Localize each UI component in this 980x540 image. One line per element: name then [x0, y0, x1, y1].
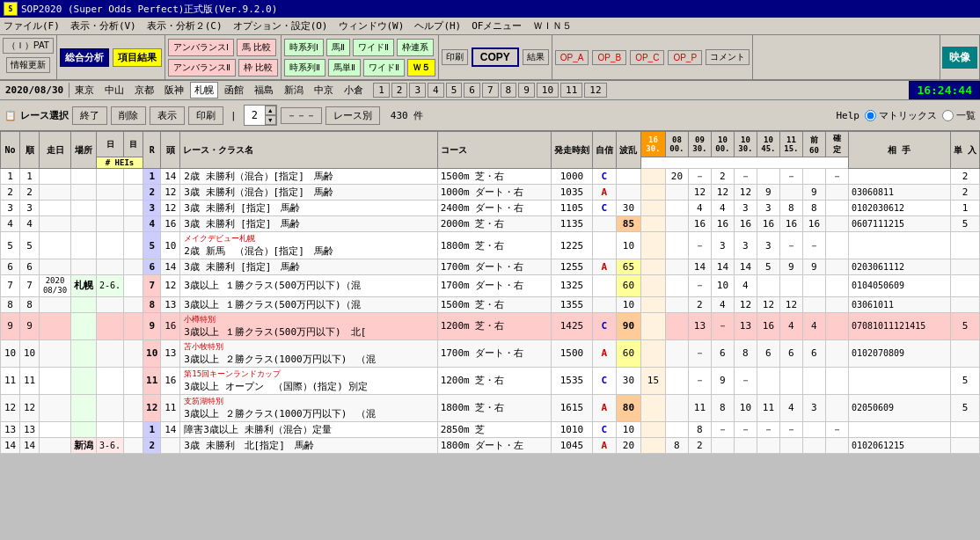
horse-ratio2-btn[interactable]: 枠 比較 [238, 59, 278, 77]
race-7[interactable]: 7 [482, 83, 499, 98]
td-racename[interactable]: 3歳 未勝利 [指定] 馬齢 [180, 259, 437, 275]
race-table-container[interactable]: No 順 走日 場所 日 目 R 頭 レース・クラス名 コース 発走時刻 自信 … [0, 131, 980, 454]
menu-file[interactable]: ファイル(F) [4, 19, 60, 33]
th-col1360: 前60 [802, 132, 825, 157]
td-rundate [40, 367, 71, 394]
table-row[interactable]: 11 11 11 16 第15回キーンランドカップ3歳以上 オープン （国際）(… [1, 367, 980, 394]
video-btn[interactable]: 映像 [942, 47, 977, 69]
menu-of[interactable]: OFメニュー [472, 19, 522, 33]
uma2-btn[interactable]: 馬単Ⅱ [328, 59, 361, 77]
table-row[interactable]: 1 1 1 14 2歳 未勝利（混合）[指定] 馬齢 1500m 芝・右 100… [1, 169, 980, 185]
td-racename[interactable]: 小樽特別3歳以上 １勝クラス(500万円以下) 北[ [180, 312, 437, 339]
race-3[interactable]: 3 [409, 83, 426, 98]
race-4[interactable]: 4 [428, 83, 444, 98]
general-analysis-btn[interactable]: 総合分析 [60, 48, 109, 67]
td-haran: 60 [616, 275, 640, 297]
spin-down[interactable]: ▼ [265, 115, 276, 125]
copy-btn[interactable]: COPY [472, 47, 519, 67]
td-racename[interactable]: 第15回キーンランドカップ3歳以上 オープン （国際）(指定) 別定 [180, 367, 437, 394]
venue-nakayama[interactable]: 中山 [100, 82, 128, 99]
op-b-btn[interactable]: OP_B [592, 50, 626, 65]
delete-btn[interactable]: 削除 [111, 106, 146, 125]
print-btn[interactable]: 印刷 [442, 49, 468, 65]
table-row[interactable]: 5 5 5 10 メイクデビュー札幌2歳 新馬 （混合）[指定] 馬齢 1800… [1, 232, 980, 259]
comment-btn[interactable]: コメント [706, 49, 750, 65]
results-btn[interactable]: 結果 [523, 49, 549, 65]
wide2-btn[interactable]: ワイドⅡ [363, 59, 405, 77]
horse-ratio1-btn[interactable]: 馬 比較 [237, 39, 276, 56]
td-racename[interactable]: 3歳 未勝利 北[指定] 馬齢 [180, 437, 437, 453]
venue-kyoto[interactable]: 京都 [130, 82, 158, 99]
uma1-btn[interactable]: 馬Ⅱ [326, 39, 350, 56]
jikei2-btn[interactable]: 時系列Ⅱ [284, 59, 325, 77]
w5-btn[interactable]: Ｗ５ [407, 59, 435, 77]
venue-tokyo[interactable]: 東京 [70, 82, 99, 99]
info-update-btn[interactable]: 情報更新 [6, 57, 50, 73]
td-venue [71, 339, 97, 367]
venue-fukushima[interactable]: 福島 [250, 82, 278, 99]
race-5[interactable]: 5 [446, 83, 463, 98]
nav-btn[interactable]: （Ｉ）PAT [3, 38, 54, 54]
td-racename[interactable]: 3歳 未勝利 [指定] 馬齢 [180, 216, 437, 232]
table-row[interactable]: 14 14 新潟 3-6. 2 3歳 未勝利 北[指定] 馬齢 1800m ダー… [1, 437, 980, 453]
race-sep-btn[interactable]: レース別 [325, 106, 380, 125]
venue-sapporo[interactable]: 札幌 [190, 82, 218, 99]
venue-chukyo[interactable]: 中京 [310, 82, 338, 99]
venue-hakodate[interactable]: 函館 [220, 82, 248, 99]
op-a-btn[interactable]: OP_A [555, 50, 589, 65]
print-race-btn[interactable]: 印刷 [188, 106, 223, 125]
td-racename[interactable]: 苫小牧特別3歳以上 ２勝クラス(1000万円以下) （混 [180, 339, 437, 367]
ambiance2-btn[interactable]: アンバランスⅡ [168, 59, 236, 77]
menu-window[interactable]: ウィンドウ(W) [339, 19, 405, 33]
menu-options[interactable]: オプション・設定(O) [233, 19, 328, 33]
end-btn[interactable]: 終了 [72, 106, 107, 125]
op-p-btn[interactable]: OP_P [668, 50, 702, 65]
td-jishin: A [592, 185, 616, 201]
race-2[interactable]: 2 [391, 83, 408, 98]
table-row[interactable]: 2 2 2 12 3歳 未勝利（混合）[指定] 馬齢 1000m ダート・右 1… [1, 185, 980, 201]
menu-win5[interactable]: ＷＩＮ５ [533, 19, 572, 33]
race-8[interactable]: 8 [501, 83, 517, 98]
race-6[interactable]: 6 [464, 83, 480, 98]
menu-view2[interactable]: 表示・分析２(C) [147, 19, 223, 33]
spin-up[interactable]: ▲ [265, 106, 276, 115]
table-row[interactable]: 6 6 6 14 3歳 未勝利 [指定] 馬齢 1700m ダート・右 1255… [1, 259, 980, 275]
menu-help[interactable]: ヘルプ(H) [414, 19, 461, 33]
wide1-btn[interactable]: ワイドⅡ [353, 39, 394, 56]
td-course: 2400m ダート・右 [437, 201, 551, 216]
td-racename[interactable]: メイクデビュー札幌2歳 新馬 （混合）[指定] 馬齢 [180, 232, 437, 259]
td-racename[interactable]: 3歳以上 １勝クラス(500万円以下)（混 [180, 296, 437, 312]
table-row[interactable]: 10 10 10 13 苫小牧特別3歳以上 ２勝クラス(1000万円以下) （混… [1, 339, 980, 367]
td-racename[interactable]: 2歳 未勝利（混合）[指定] 馬齢 [180, 169, 437, 185]
show-btn[interactable]: 表示 [150, 106, 185, 125]
item-results-btn[interactable]: 項目結果 [113, 48, 162, 67]
td-racename[interactable]: 3歳以上 １勝クラス(500万円以下)（混 [180, 275, 437, 297]
td-racename[interactable]: 支笏湖特別3歳以上 ２勝クラス(1000万円以下) （混 [180, 394, 437, 421]
table-row[interactable]: 4 4 4 16 3歳 未勝利 [指定] 馬齢 2000m 芝・右 1135 8… [1, 216, 980, 232]
td-racename[interactable]: 障害3歳以上 未勝利（混合）定量 [180, 421, 437, 437]
table-row[interactable]: 9 9 9 16 小樽特別3歳以上 １勝クラス(500万円以下) 北[ 1200… [1, 312, 980, 339]
table-row[interactable]: 12 12 12 11 支笏湖特別3歳以上 ２勝クラス(1000万円以下) （混… [1, 394, 980, 421]
table-row[interactable]: 7 7 202008/30 札幌 2-6. 7 12 3歳以上 １勝クラス(50… [1, 275, 980, 297]
op-c-btn[interactable]: OP_C [630, 50, 664, 65]
table-row[interactable]: 3 3 3 12 3歳 未勝利 [指定] 馬齢 2400m ダート・右 1105… [1, 201, 980, 216]
jikei1-btn[interactable]: 時系列Ⅰ [284, 39, 324, 56]
race-11[interactable]: 11 [560, 83, 582, 98]
race-1[interactable]: 1 [373, 83, 390, 98]
td-racename[interactable]: 3歳 未勝利 [指定] 馬齢 [180, 201, 437, 216]
rentan-btn[interactable]: 枠連系 [397, 39, 434, 56]
race-12[interactable]: 12 [584, 83, 606, 98]
td-racename[interactable]: 3歳 未勝利（混合）[指定] 馬齢 [180, 185, 437, 201]
venue-kokura[interactable]: 小倉 [340, 82, 368, 99]
td-day [97, 201, 124, 216]
race-10[interactable]: 10 [537, 83, 559, 98]
venue-hanshin[interactable]: 阪神 [160, 82, 188, 99]
ambiance1-btn[interactable]: アンバランスⅠ [168, 39, 234, 56]
table-row[interactable]: 8 8 8 13 3歳以上 １勝クラス(500万円以下)（混 1500m 芝・右… [1, 296, 980, 312]
venue-niigata[interactable]: 新潟 [280, 82, 308, 99]
race-9[interactable]: 9 [518, 83, 535, 98]
radio-list[interactable]: 一覧 [942, 109, 976, 122]
menu-view[interactable]: 表示・分析(V) [70, 19, 136, 33]
table-row[interactable]: 13 13 1 14 障害3歳以上 未勝利（混合）定量 2850m 芝 1010… [1, 421, 980, 437]
radio-matrix[interactable]: マトリックス [865, 109, 937, 122]
